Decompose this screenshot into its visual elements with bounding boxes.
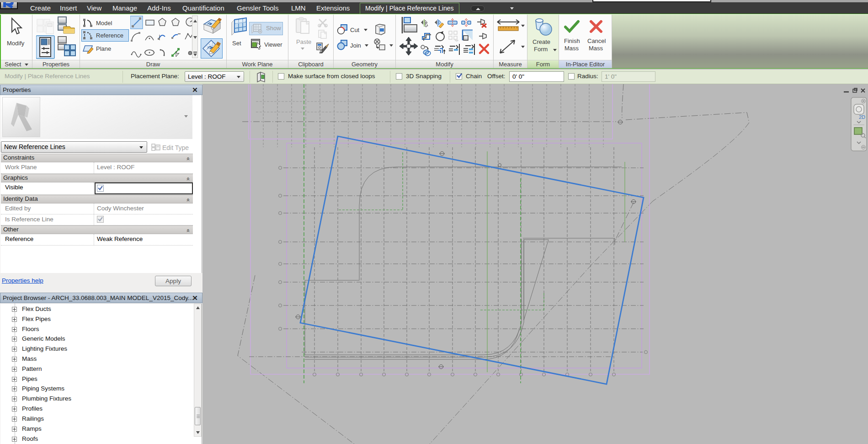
svg-text:P: P xyxy=(456,39,458,43)
svg-text:2D: 2D xyxy=(859,114,865,120)
